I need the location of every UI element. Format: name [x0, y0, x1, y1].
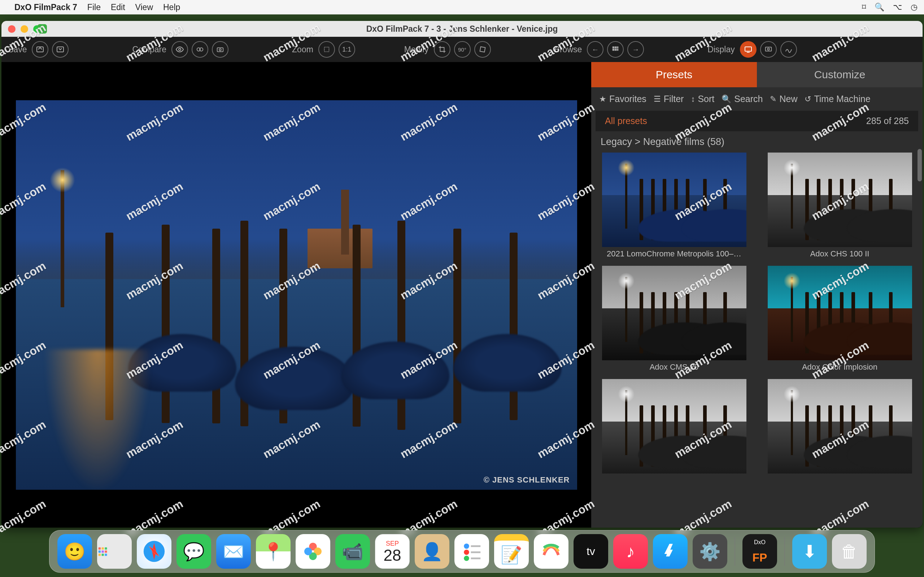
dock-safari-icon[interactable]	[137, 534, 171, 569]
preset-grid: 2021 LomoChrome Metropolis 100–… Adox CH…	[596, 153, 918, 475]
dock-messages-icon[interactable]: 💬	[176, 534, 211, 569]
dock-trash-icon[interactable]: 🗑	[832, 534, 867, 569]
compare-label: Compare	[132, 45, 166, 55]
svg-point-40	[464, 556, 469, 561]
dock-music-icon[interactable]: ♪	[613, 534, 648, 569]
svg-point-6	[219, 49, 221, 51]
browse-next-button[interactable]: →	[627, 41, 644, 58]
svg-rect-26	[105, 554, 107, 556]
svg-rect-5	[217, 48, 223, 52]
zoom-label: Zoom	[292, 45, 313, 55]
filmpack-brand: DxO	[754, 539, 766, 546]
svg-rect-20	[105, 548, 107, 550]
svg-rect-18	[99, 548, 101, 550]
menu-edit[interactable]: Edit	[111, 3, 125, 12]
display-histogram-button[interactable]	[780, 41, 797, 58]
svg-rect-15	[745, 47, 751, 51]
tab-customize[interactable]: Customize	[757, 62, 922, 87]
preset-item[interactable]	[596, 379, 752, 475]
compare-side-button[interactable]	[212, 41, 228, 58]
search-button[interactable]: 🔍Search	[722, 94, 762, 104]
svg-point-35	[304, 548, 312, 555]
preset-thumbnail	[602, 153, 746, 247]
scrollbar-thumb[interactable]	[918, 149, 922, 181]
panel-tabs: Presets Customize	[591, 62, 922, 87]
svg-rect-16	[765, 47, 771, 51]
preset-label: Adox CHS 100 II	[810, 249, 869, 259]
preset-label: 2021 LomoChrome Metropolis 100–…	[607, 249, 741, 259]
preset-label: Adox CMS 20	[650, 363, 699, 372]
save-button[interactable]	[32, 41, 48, 58]
dock-contacts-icon[interactable]: 👤	[415, 534, 449, 569]
preset-item[interactable]	[762, 379, 918, 475]
image-viewer[interactable]: © JENS SCHLENKER	[2, 62, 591, 528]
zoom-1to1-button[interactable]: 1:1	[339, 41, 355, 58]
dock-settings-icon[interactable]: ⚙️	[693, 534, 727, 569]
dock-freeform-icon[interactable]	[534, 534, 569, 569]
preset-label: Adox Color Implosion	[802, 363, 877, 372]
preset-item[interactable]: Adox Color Implosion	[762, 266, 918, 372]
dock-photos-icon[interactable]	[296, 534, 330, 569]
main-image: © JENS SCHLENKER	[16, 100, 577, 490]
spotlight-icon[interactable]: 🔍	[874, 3, 884, 12]
dock-filmpack-icon[interactable]: DxO FP	[743, 534, 777, 569]
dock-downloads-icon[interactable]: ⬇	[792, 534, 827, 569]
favorites-filter[interactable]: ★Favorites	[599, 94, 646, 104]
preset-breadcrumb[interactable]: All presets 285 of 285	[596, 111, 918, 131]
rotate-button[interactable]: 90°	[454, 41, 471, 58]
dock-launchpad-icon[interactable]	[97, 534, 132, 569]
dock-calendar-icon[interactable]: SEP 28	[375, 534, 410, 569]
sort-icon: ↕	[691, 95, 695, 104]
preset-section-header[interactable]: Legacy > Negative films (58)	[591, 131, 922, 149]
crop-button[interactable]	[434, 41, 451, 58]
save-as-button[interactable]	[52, 41, 69, 58]
svg-rect-19	[102, 548, 104, 550]
new-button[interactable]: ✎New	[770, 94, 797, 104]
straighten-button[interactable]	[474, 41, 491, 58]
dock-notes-icon[interactable]: 📝	[494, 534, 529, 569]
preset-item[interactable]: Adox CMS 20	[596, 266, 752, 372]
clock-icon[interactable]: ◷	[911, 3, 918, 12]
svg-point-17	[767, 48, 769, 50]
compare-split-button[interactable]	[192, 41, 208, 58]
screen-mirror-icon[interactable]: ⌑	[862, 3, 866, 12]
svg-rect-25	[102, 554, 104, 556]
preset-toolbar: ★Favorites ☰Filter ↕Sort 🔍Search ✎New ↺T…	[591, 87, 922, 111]
star-icon: ★	[599, 95, 606, 104]
svg-rect-41	[471, 558, 481, 559]
menu-file[interactable]: File	[87, 3, 101, 12]
svg-rect-21	[99, 551, 101, 553]
preset-item[interactable]: 2021 LomoChrome Metropolis 100–…	[596, 153, 752, 259]
time-machine-button[interactable]: ↺Time Machine	[804, 94, 870, 104]
browse-grid-button[interactable]	[607, 41, 624, 58]
compare-preview-button[interactable]	[171, 41, 188, 58]
dock-tv-icon[interactable]: tv	[573, 534, 608, 569]
dock-mail-icon[interactable]: ✉️	[216, 534, 251, 569]
search-icon: 🔍	[722, 95, 731, 104]
window-titlebar: DxO FilmPack 7 - 3 - Jens Schlenker - Ve…	[2, 21, 922, 37]
dock-maps-icon[interactable]: 📍	[256, 534, 291, 569]
dock-reminders-icon[interactable]	[454, 534, 489, 569]
app-menu[interactable]: DxO FilmPack 7	[15, 3, 77, 12]
display-loupe-button[interactable]	[760, 41, 777, 58]
control-center-icon[interactable]: ⌥	[893, 3, 902, 12]
menu-help[interactable]: Help	[163, 3, 180, 12]
dock-facetime-icon[interactable]: 📹	[335, 534, 370, 569]
preset-item[interactable]: Adox CHS 100 II	[762, 153, 918, 259]
browse-prev-button[interactable]: ←	[587, 41, 604, 58]
modify-label: Modify	[404, 45, 429, 55]
preset-thumbnail	[768, 379, 912, 474]
preset-thumbnail	[602, 379, 746, 474]
image-copyright: © JENS SCHLENKER	[484, 475, 570, 485]
svg-point-36	[464, 543, 469, 549]
svg-rect-39	[471, 551, 481, 553]
filter-button[interactable]: ☰Filter	[654, 94, 684, 104]
menu-view[interactable]: View	[135, 3, 153, 12]
dock-appstore-icon[interactable]	[653, 534, 688, 569]
zoom-fit-button[interactable]	[318, 41, 335, 58]
display-panel-button[interactable]	[740, 41, 756, 58]
sort-button[interactable]: ↕Sort	[691, 94, 714, 104]
svg-rect-22	[102, 551, 104, 553]
tab-presets[interactable]: Presets	[591, 62, 757, 87]
dock-finder-icon[interactable]: 🙂	[57, 534, 92, 569]
